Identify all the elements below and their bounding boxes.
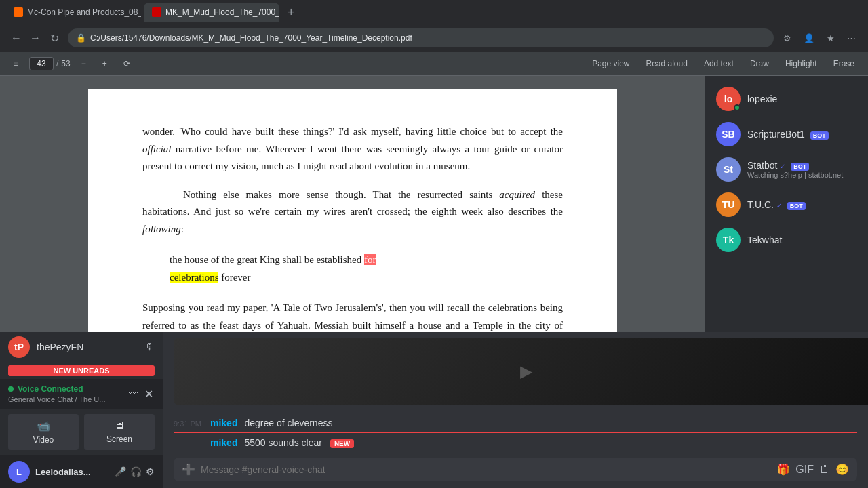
add-text-button[interactable]: Add text — [698, 56, 739, 71]
member-lopexie[interactable]: lo lopexie — [711, 84, 863, 114]
zoom-in-button[interactable]: + — [97, 56, 113, 71]
pdf-scroll-area[interactable]: wonder. 'Who could have built these thin… — [0, 76, 705, 332]
voice-disconnect-button[interactable]: ✕ — [143, 386, 155, 402]
browser-toolbar-actions: ⚙ 👤 ★ ⋯ — [779, 30, 860, 46]
sticker-icon[interactable]: 🗒 — [819, 464, 830, 476]
member-info-lopexie: lopexie — [747, 94, 857, 104]
pdf-page-input[interactable]: 43 — [29, 57, 54, 70]
settings-button[interactable]: ⚙ — [146, 466, 155, 477]
bot-badge-scripturebot1: BOT — [810, 131, 829, 140]
chat-message-1: 9:31 PM miked degree of cleverness — [174, 416, 857, 430]
pdf-blockquote: the house of the great King shall be est… — [170, 251, 536, 286]
browser-chrome: Mc-Con Pipe and Products_08_C... × MK_M_… — [0, 0, 868, 76]
chat-area: ▶ 9:31 PM miked degree of cleverness mik… — [163, 332, 868, 488]
member-avatar-tekwhat: Tk — [716, 228, 741, 252]
member-scripturebot1[interactable]: SB ScriptureBot1 BOT — [711, 119, 863, 149]
voice-member-name-thepezy: thePezyFN — [37, 342, 138, 352]
msg-timestamp-1: 9:31 PM — [174, 420, 208, 428]
pdf-page-indicator: 43 / 53 — [29, 57, 71, 70]
member-name-tekwhat: Tekwhat — [747, 235, 857, 245]
avatar-icon-scripturebot1: SB — [716, 122, 741, 146]
member-info-scripturebot1: ScriptureBot1 BOT — [747, 129, 857, 140]
member-tuc[interactable]: TU T.U.C. ✓ BOT — [711, 190, 863, 220]
tab-1[interactable]: Mc-Con Pipe and Products_08_C... × — [5, 3, 141, 22]
emoji-icon[interactable]: 😊 — [835, 463, 849, 476]
video-button[interactable]: 📹 Video — [8, 414, 79, 450]
voice-member-thepezy: tP thePezyFN 🎙 — [0, 332, 163, 362]
avatar-icon-tekwhat: Tk — [716, 228, 741, 252]
highlight-button[interactable]: Highlight — [780, 56, 823, 71]
mic-button[interactable]: 🎤 — [115, 466, 126, 477]
refresh-button[interactable]: ↻ — [46, 32, 62, 45]
pdf-paragraph-1: wonder. 'Who could have built these thin… — [142, 123, 563, 176]
content-area: wonder. 'Who could have built these thin… — [0, 76, 868, 332]
user-avatar: L — [8, 461, 30, 483]
bot-badge-statbot: BOT — [791, 163, 809, 171]
video-label: Video — [33, 435, 54, 445]
avatar-icon-statbot: St — [716, 157, 741, 182]
screen-button[interactable]: 🖥 Screen — [84, 414, 155, 450]
member-tekwhat[interactable]: Tk Tekwhat — [711, 225, 863, 255]
new-unreads-badge: NEW UNREADS — [8, 365, 155, 376]
pdf-menu-button[interactable]: ≡ — [8, 56, 24, 71]
more-button[interactable]: ⋯ — [843, 30, 860, 46]
draw-button[interactable]: Draw — [745, 56, 774, 71]
erase-button[interactable]: Erase — [828, 56, 860, 71]
chat-divider — [174, 432, 857, 433]
user-info: Leelodallas... — [35, 467, 109, 477]
tab-2-label: MK_M_Mud_Flood_The_7000_... — [165, 7, 279, 17]
gift-icon[interactable]: 🎁 — [776, 463, 790, 476]
pdf-blockquote-forever: forever — [218, 272, 250, 283]
profile-button[interactable]: 👤 — [800, 30, 818, 46]
pdf-viewer[interactable]: wonder. 'Who could have built these thin… — [0, 76, 705, 332]
back-button[interactable]: ← — [8, 32, 24, 45]
add-attachment-icon[interactable]: ➕ — [182, 463, 195, 476]
url-text: C:/Users/15476/Downloads/MK_M_Mud_Flood_… — [90, 33, 412, 43]
voice-status-bar: Voice Connected General Voice Chat / The… — [0, 379, 163, 409]
chat-input[interactable] — [201, 464, 771, 475]
voice-channel-name: General Voice Chat / The U... — [8, 395, 105, 403]
member-status-statbot: Watching s?help | statbot.net — [747, 171, 857, 179]
msg-text-2: 5500 sounds clear — [244, 437, 321, 448]
new-tab-button[interactable]: + — [282, 5, 300, 20]
member-avatar-tuc: TU — [716, 192, 741, 217]
forward-button[interactable]: → — [27, 32, 43, 45]
user-controls: 🎤 🎧 ⚙ — [115, 466, 155, 477]
headphone-button[interactable]: 🎧 — [130, 466, 142, 477]
right-sidebar-members: lo lopexie SB ScriptureBot1 BOT — [705, 76, 868, 332]
verified-icon-tuc: ✓ — [776, 202, 782, 209]
extensions-button[interactable]: ⚙ — [779, 30, 795, 46]
member-avatar-lopexie: lo — [716, 87, 741, 111]
chat-message-2: miked 5500 sounds clear NEW — [174, 436, 857, 449]
member-statbot[interactable]: St Statbot ✓ BOT Watching s?help | statb… — [711, 155, 863, 184]
member-info-statbot: Statbot ✓ BOT Watching s?help | statbot.… — [747, 160, 857, 179]
msg-text-1: degree of cleverness — [244, 418, 332, 428]
member-name-scripturebot1: ScriptureBot1 BOT — [747, 129, 857, 140]
tab-2[interactable]: MK_M_Mud_Flood_The_7000_... × — [144, 3, 279, 22]
username: Leelodallas... — [35, 467, 109, 477]
page-view-button[interactable]: Page view — [587, 56, 635, 71]
pdf-page: wonder. 'Who could have built these thin… — [88, 89, 617, 332]
zoom-out-button[interactable]: − — [76, 56, 92, 71]
voice-member-torahgirl: Tg Torahgirl 🎙 — [0, 362, 163, 363]
pdf-page-separator: / — [56, 59, 58, 68]
video-icon: 📹 — [37, 420, 50, 432]
screen-icon: 🖥 — [114, 420, 125, 432]
gif-icon[interactable]: GIF — [795, 464, 814, 476]
pdf-toolbar: ≡ 43 / 53 − + ⟳ Page view Read aloud Add… — [0, 52, 868, 76]
pdf-paragraph-3: Supposing you read my paper, 'A Tale of … — [142, 300, 563, 332]
chat-input-actions: 🎁 GIF 🗒 😊 — [776, 463, 849, 476]
url-bar[interactable]: 🔒 C:/Users/15476/Downloads/MK_M_Mud_Floo… — [68, 28, 774, 47]
status-indicator-lopexie — [734, 104, 741, 111]
rotate-button[interactable]: ⟳ — [118, 56, 136, 71]
pdf-highlight-red: for — [364, 254, 376, 265]
voice-action-icons: 〰 ✕ — [125, 386, 155, 402]
chat-messages[interactable]: 9:31 PM miked degree of cleverness miked… — [163, 408, 868, 451]
pdf-paragraph-2: Nothing else makes more sense though. Th… — [142, 186, 563, 239]
voice-members-list: tP thePezyFN 🎙 Tg Torahgirl 🎙 Tf Torahfa… — [0, 332, 163, 363]
voice-connected-status: Voice Connected General Voice Chat / The… — [8, 384, 105, 403]
voice-wave-button[interactable]: 〰 — [125, 386, 139, 402]
read-aloud-button[interactable]: Read aloud — [641, 56, 693, 71]
verified-icon-statbot: ✓ — [780, 163, 785, 170]
favorites-button[interactable]: ★ — [823, 30, 839, 46]
